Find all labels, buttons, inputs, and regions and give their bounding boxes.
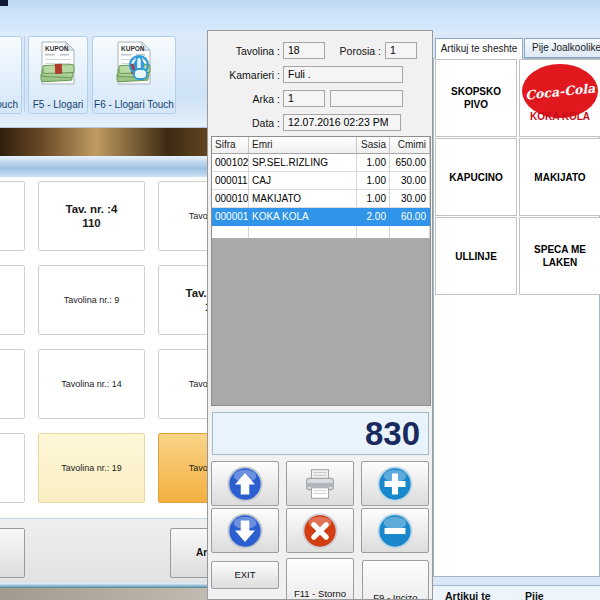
order-total: 830 (212, 412, 429, 455)
order-table-row[interactable]: 000102 SP.SEL.RIZLING 1.00 650.00 (212, 154, 430, 172)
product-button[interactable]: ULLINJE (435, 217, 517, 295)
table-button-label: Tav. nr. :4 110 (66, 202, 118, 230)
cell-cmimi: 30.00 (390, 190, 430, 208)
table-button[interactable] (0, 349, 25, 419)
move-down-button[interactable] (211, 508, 279, 553)
arrow-down-icon (226, 512, 264, 550)
toolbar-button-label: F5 - Llogari (29, 99, 87, 110)
arka-field[interactable]: 1 (283, 90, 325, 107)
cell-sasia: 1.00 (357, 154, 390, 172)
tavolina-label: Tavolina : (208, 45, 280, 57)
touch-toolbar-button[interactable]: Touch (0, 36, 22, 114)
column-header-cmimi[interactable]: Cmimi (390, 137, 430, 154)
order-action-buttons (211, 461, 429, 553)
product-label: SKOPSKO PIVO (438, 85, 514, 111)
product-button[interactable]: SPECA ME LAKEN (519, 217, 600, 295)
cell-sifra: 000011 (212, 172, 249, 190)
catalog-body: SKOPSKO PIVO Coca-Cola KOKA KOLA KAPUCIN… (433, 58, 600, 577)
arrow-up-icon (226, 465, 264, 503)
order-items-table: Sifra Emri Sasia Cmimi 000102 SP.SEL.RIZ… (211, 136, 431, 406)
tab-artikuj-te-sheshte[interactable]: Artikuj te sheshte (435, 38, 523, 59)
exit-button[interactable]: EXIT (211, 561, 279, 589)
f6-llogari-touch-button[interactable]: KUPON F6 (92, 36, 176, 114)
product-button[interactable]: SKOPSKO PIVO (435, 59, 517, 137)
cell-sifra: 000001 (212, 208, 249, 226)
table-button-label: Tavolina nr.: 19 (61, 462, 122, 474)
product-grid: SKOPSKO PIVO Coca-Cola KOKA KOLA KAPUCIN… (435, 59, 600, 295)
order-table-body: 000102 SP.SEL.RIZLING 1.00 650.00 000011… (212, 154, 430, 226)
order-panel: Tavolina : 18 Porosia : 1 Kamarieri : Fu… (207, 30, 433, 600)
order-table-row[interactable]: 000011 CAJ 1.00 30.00 (212, 172, 430, 190)
cell-sifra: 000102 (212, 154, 249, 172)
column-header-sasia[interactable]: Sasia (357, 137, 390, 154)
ribbon-top (0, 0, 600, 32)
cell-emri: CAJ (249, 172, 357, 190)
data-label: Data : (208, 117, 280, 129)
porosia-label: Porosia : (328, 45, 381, 57)
table-button[interactable] (0, 181, 25, 251)
table-button[interactable]: Tavolina nr.: 14 (38, 349, 145, 419)
catalog-panel: Artikuj te sheshte Pije Joalkoolike SKOP… (433, 35, 600, 600)
table-button[interactable]: Tav. nr. :4 110 (38, 181, 145, 251)
table-button-label: Tavolina nr.: 14 (61, 378, 122, 390)
bottom-label-pije: Pije (525, 590, 544, 600)
printer-icon (301, 465, 339, 503)
print-button[interactable] (286, 461, 354, 506)
decrease-quantity-button[interactable] (361, 508, 429, 553)
table-button[interactable]: Tavolina nr.: 19 (38, 433, 145, 503)
cancel-button[interactable] (286, 508, 354, 553)
svg-text:KUPON: KUPON (121, 45, 145, 52)
order-table-header: Sifra Emri Sasia Cmimi (212, 137, 430, 154)
increase-quantity-button[interactable] (361, 461, 429, 506)
cell-emri: MAKIJATO (249, 190, 357, 208)
f11-storno-button[interactable]: F11 - Storno Incizo (286, 558, 354, 600)
table-button-label: Tavolina nr.: 9 (64, 294, 120, 306)
kamarieri-label: Kamarieri : (208, 69, 280, 81)
cancel-icon (301, 512, 339, 550)
cell-cmimi: 30.00 (390, 172, 430, 190)
tab-pije-joalkoolike[interactable]: Pije Joalkoolike (524, 38, 600, 58)
strip-button-left[interactable] (0, 528, 25, 578)
cell-sasia: 1.00 (357, 190, 390, 208)
cell-cmimi: 60.00 (390, 208, 430, 226)
product-label: MAKIJATO (534, 171, 585, 184)
kupon-money-touch-icon: KUPON (93, 40, 175, 92)
kupon-money-icon: KUPON (29, 40, 87, 92)
product-label: ULLINJE (455, 250, 497, 263)
toolbar-button-label: Touch (0, 99, 21, 110)
product-label: SPECA ME LAKEN (522, 243, 598, 269)
arka-field-2[interactable] (330, 90, 403, 107)
toolbar-separator (24, 36, 25, 112)
window-corner (0, 0, 8, 6)
product-button[interactable]: KAPUCINO (435, 138, 517, 216)
product-button[interactable]: Coca-Cola KOKA KOLA (519, 59, 600, 137)
table-button[interactable] (0, 265, 25, 335)
arka-label: Arka : (208, 93, 280, 105)
table-button[interactable]: Tavolina nr.: 9 (38, 265, 145, 335)
cell-emri: SP.SEL.RIZLING (249, 154, 357, 172)
order-table-row[interactable]: 000010 MAKIJATO 1.00 30.00 (212, 190, 430, 208)
cell-sifra: 000010 (212, 190, 249, 208)
plus-icon (376, 465, 414, 503)
column-header-emri[interactable]: Emri (249, 137, 357, 154)
order-table-empty-row (212, 226, 430, 238)
f9-incizo-button[interactable]: F9 - Incizo (362, 560, 429, 600)
table-button[interactable] (0, 433, 25, 503)
pos-window: Touch KUPON F5 - Llogar (0, 0, 600, 600)
cell-emri: KOKA KOLA (249, 208, 357, 226)
product-button[interactable]: MAKIJATO (519, 138, 600, 216)
move-up-button[interactable] (211, 461, 279, 506)
column-header-sifra[interactable]: Sifra (212, 137, 249, 154)
porosia-field[interactable]: 1 (385, 42, 417, 59)
cell-sasia: 1.00 (357, 172, 390, 190)
svg-text:KUPON: KUPON (45, 45, 69, 52)
product-label: KAPUCINO (449, 171, 502, 184)
f5-llogari-button[interactable]: KUPON F5 - Llogari (28, 36, 88, 114)
order-table-row[interactable]: 000001 KOKA KOLA 2.00 60.00 (212, 208, 430, 226)
data-field[interactable]: 12.07.2016 02:23 PM (283, 114, 401, 131)
toolbar-button-label: F6 - Llogari Touch (93, 99, 175, 110)
tavolina-field[interactable]: 18 (283, 42, 325, 59)
catalog-bottom-bar: Artikuj te Pije (433, 585, 600, 600)
cell-cmimi: 650.00 (390, 154, 430, 172)
kamarieri-field[interactable]: Fuli . (283, 66, 403, 83)
